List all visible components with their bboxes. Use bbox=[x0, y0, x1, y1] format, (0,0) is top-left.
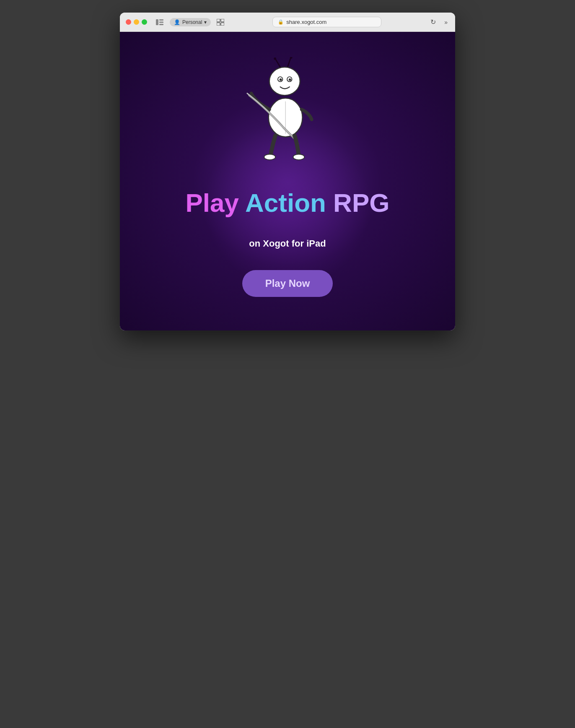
extensions-button[interactable]: » bbox=[443, 18, 449, 26]
svg-rect-5 bbox=[221, 19, 224, 22]
svg-point-10 bbox=[274, 57, 276, 60]
svg-rect-2 bbox=[159, 21, 163, 23]
url-text: share.xogot.com bbox=[286, 19, 326, 25]
maximize-button[interactable] bbox=[142, 19, 147, 25]
title-section: Play Action RPG bbox=[186, 189, 390, 230]
address-bar[interactable]: 🔒 share.xogot.com bbox=[272, 17, 381, 27]
svg-rect-6 bbox=[217, 23, 220, 26]
profile-label: Personal bbox=[182, 19, 202, 25]
person-icon: 👤 bbox=[174, 19, 180, 25]
minimize-button[interactable] bbox=[134, 19, 139, 25]
svg-rect-1 bbox=[159, 19, 163, 21]
address-bar-container: 🔒 share.xogot.com bbox=[230, 17, 424, 27]
title-action: Action bbox=[245, 188, 326, 217]
main-title: Play Action RPG bbox=[186, 189, 390, 217]
content-wrapper: Play Action RPG on Xogot for iPad Play N… bbox=[186, 57, 390, 297]
lock-icon: 🔒 bbox=[278, 19, 284, 25]
close-button[interactable] bbox=[126, 19, 131, 25]
character-illustration bbox=[241, 57, 334, 164]
svg-rect-0 bbox=[156, 19, 158, 25]
page-content: Play Action RPG on Xogot for iPad Play N… bbox=[120, 32, 455, 330]
sidebar-toggle-icon[interactable] bbox=[154, 18, 166, 27]
browser-window: 👤 Personal ▾ 🔒 share.xogot.com ↻ » bbox=[120, 13, 455, 330]
subtitle: on Xogot for iPad bbox=[249, 238, 326, 249]
svg-line-9 bbox=[288, 58, 291, 67]
svg-rect-3 bbox=[159, 24, 163, 25]
chevron-down-icon: ▾ bbox=[204, 19, 207, 25]
reload-button[interactable]: ↻ bbox=[428, 17, 438, 27]
svg-rect-4 bbox=[217, 19, 220, 22]
title-play: Play bbox=[186, 188, 239, 217]
svg-point-12 bbox=[269, 67, 300, 95]
svg-point-20 bbox=[293, 154, 304, 160]
traffic-lights bbox=[126, 19, 147, 25]
svg-point-16 bbox=[289, 78, 291, 81]
svg-point-19 bbox=[264, 154, 275, 160]
title-rpg: RPG bbox=[333, 188, 389, 217]
play-now-button[interactable]: Play Now bbox=[242, 270, 333, 297]
svg-rect-7 bbox=[221, 23, 224, 26]
svg-point-15 bbox=[280, 78, 282, 81]
profile-pill[interactable]: 👤 Personal ▾ bbox=[170, 18, 211, 26]
tab-overview-icon[interactable] bbox=[215, 18, 226, 27]
browser-chrome: 👤 Personal ▾ 🔒 share.xogot.com ↻ » bbox=[120, 13, 455, 32]
